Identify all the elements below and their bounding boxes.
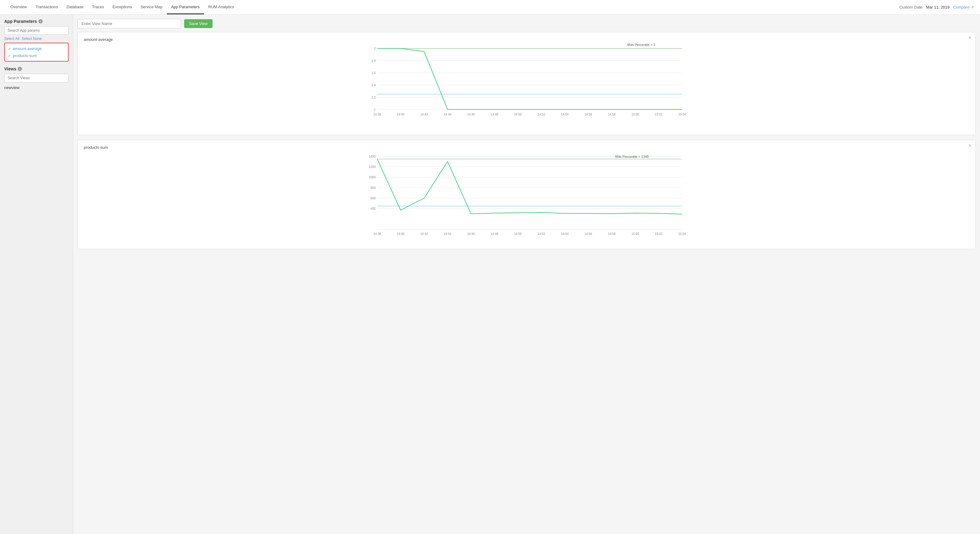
- param-item-products-sum[interactable]: ✓ products-sum: [8, 52, 65, 59]
- svg-text:14:54: 14:54: [561, 113, 569, 116]
- main-layout: App Parameters i Select All Select None …: [0, 14, 980, 534]
- top-nav: Overview Transactions Database Traces Ex…: [0, 0, 980, 14]
- svg-text:14:56: 14:56: [584, 113, 592, 116]
- tab-database[interactable]: Database: [62, 0, 88, 14]
- save-view-button[interactable]: Save View: [184, 19, 213, 28]
- svg-text:1.4: 1.4: [371, 84, 375, 87]
- svg-text:15:02: 15:02: [655, 232, 663, 235]
- select-all-link[interactable]: Select All: [4, 37, 19, 41]
- svg-text:15:04: 15:04: [678, 113, 686, 116]
- svg-text:14:52: 14:52: [538, 232, 545, 235]
- tab-exceptions[interactable]: Exceptions: [108, 0, 136, 14]
- svg-text:95th Percentile = 1348: 95th Percentile = 1348: [615, 155, 649, 159]
- app-params-section: App Parameters i Select All Select None …: [4, 19, 68, 62]
- chart-title-amount-average: amount-average: [84, 37, 969, 42]
- svg-text:14:42: 14:42: [420, 113, 428, 116]
- compare-link[interactable]: Compare ↗: [953, 5, 974, 10]
- tab-rum-analytics[interactable]: RUM Analytics: [204, 0, 239, 14]
- svg-text:14:40: 14:40: [397, 232, 404, 235]
- svg-text:14:54: 14:54: [561, 232, 569, 235]
- svg-text:14:56: 14:56: [584, 232, 592, 235]
- chart-svg-amount-average: 1 1.2 1.4 1.6 1.8 2 95th Percentile = 2: [84, 45, 969, 131]
- param-item-amount-average[interactable]: ✓ amount-average: [8, 45, 65, 52]
- view-name-bar: Save View: [78, 19, 976, 29]
- svg-text:2: 2: [374, 47, 375, 50]
- tab-service-map[interactable]: Service Map: [136, 0, 167, 14]
- custom-date-label: Custom Date: [899, 5, 923, 10]
- svg-text:800: 800: [371, 186, 375, 189]
- tab-app-parameters[interactable]: App Parameters: [167, 0, 204, 14]
- svg-text:1200: 1200: [369, 165, 376, 168]
- param-check-products-sum: ✓: [8, 54, 11, 58]
- content: Save View amount-average ×: [73, 14, 980, 534]
- svg-text:95th Percentile = 2: 95th Percentile = 2: [627, 43, 655, 47]
- app-params-search[interactable]: [4, 26, 68, 35]
- nav-right: Custom Date Mar 11, 2019 Compare ↗: [899, 5, 974, 10]
- chart-panel-amount-average: amount-average ×: [78, 32, 976, 135]
- views-search[interactable]: [4, 74, 68, 82]
- app-params-title: App Parameters i: [4, 19, 68, 24]
- svg-text:14:48: 14:48: [491, 113, 498, 116]
- select-links: Select All Select None: [4, 37, 68, 41]
- views-info-icon[interactable]: i: [18, 67, 22, 71]
- select-none-link[interactable]: Select None: [22, 37, 41, 41]
- svg-text:14:44: 14:44: [444, 113, 451, 116]
- param-label-amount-average: amount-average: [13, 46, 42, 51]
- svg-text:14:40: 14:40: [397, 113, 404, 116]
- view-name-input[interactable]: [78, 19, 181, 29]
- svg-text:14:58: 14:58: [608, 232, 616, 235]
- svg-text:14:50: 14:50: [514, 113, 522, 116]
- svg-text:14:46: 14:46: [467, 232, 475, 235]
- svg-text:1.2: 1.2: [371, 96, 375, 99]
- sidebar: App Parameters i Select All Select None …: [0, 14, 73, 534]
- chart-close-products-sum[interactable]: ×: [969, 143, 971, 148]
- chart-container-products-sum: 400 600 800 1000 1200 1400 95th Percenti…: [84, 153, 969, 246]
- svg-text:15:00: 15:00: [632, 232, 639, 235]
- views-section: Views i newview: [4, 67, 68, 91]
- param-check-amount-average: ✓: [8, 47, 11, 51]
- svg-text:14:44: 14:44: [444, 232, 451, 235]
- views-list: newview: [4, 84, 68, 91]
- tab-overview[interactable]: Overview: [6, 0, 31, 14]
- chart-close-amount-average[interactable]: ×: [969, 35, 971, 40]
- svg-text:15:00: 15:00: [632, 113, 639, 116]
- svg-text:1: 1: [374, 108, 375, 111]
- tab-traces[interactable]: Traces: [88, 0, 108, 14]
- svg-text:400: 400: [371, 207, 375, 210]
- svg-text:15:02: 15:02: [655, 113, 663, 116]
- svg-text:14:50: 14:50: [514, 232, 522, 235]
- svg-text:14:38: 14:38: [373, 232, 381, 235]
- svg-text:1400: 1400: [369, 155, 376, 158]
- svg-text:14:42: 14:42: [420, 232, 428, 235]
- params-list: ✓ amount-average ✓ products-sum: [4, 43, 68, 62]
- custom-date-value[interactable]: Mar 11, 2019: [926, 5, 950, 10]
- svg-text:1.8: 1.8: [371, 59, 375, 62]
- tab-transactions[interactable]: Transactions: [31, 0, 62, 14]
- svg-text:1000: 1000: [369, 176, 376, 179]
- chart-container-amount-average: 1 1.2 1.4 1.6 1.8 2 95th Percentile = 2: [84, 45, 969, 132]
- svg-text:14:48: 14:48: [491, 232, 498, 235]
- app-params-info-icon[interactable]: i: [38, 19, 43, 24]
- view-item-newview[interactable]: newview: [4, 84, 68, 91]
- svg-text:14:58: 14:58: [608, 113, 616, 116]
- svg-text:1.6: 1.6: [371, 72, 375, 75]
- chart-title-products-sum: products-sum: [84, 145, 969, 149]
- views-title: Views i: [4, 67, 68, 72]
- chart-svg-products-sum: 400 600 800 1000 1200 1400 95th Percenti…: [84, 153, 969, 245]
- svg-text:14:52: 14:52: [538, 113, 545, 116]
- param-label-products-sum: products-sum: [13, 53, 37, 58]
- nav-tabs: Overview Transactions Database Traces Ex…: [6, 0, 238, 14]
- chart-panel-products-sum: products-sum ×: [78, 140, 976, 249]
- svg-text:14:38: 14:38: [373, 113, 381, 116]
- svg-text:15:04: 15:04: [678, 232, 686, 235]
- svg-text:600: 600: [371, 197, 375, 200]
- svg-text:14:46: 14:46: [467, 113, 475, 116]
